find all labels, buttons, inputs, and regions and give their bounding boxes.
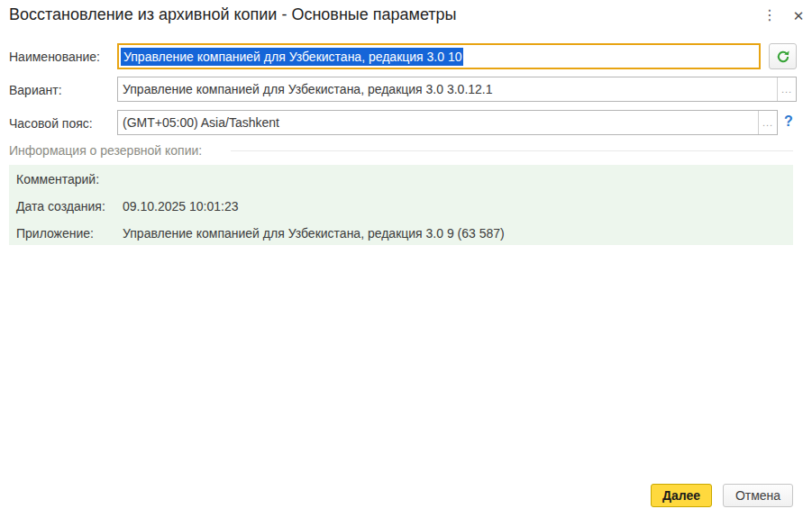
cancel-button[interactable]: Отмена xyxy=(723,484,793,507)
name-input[interactable]: Управление компанией для Узбекистана, ре… xyxy=(117,43,761,69)
refresh-button[interactable] xyxy=(769,43,797,69)
comment-label: Комментарий: xyxy=(16,172,123,186)
variant-picker-button[interactable]: ... xyxy=(777,77,796,101)
next-button[interactable]: Далее xyxy=(651,484,712,507)
kebab-menu-icon: ⋮ xyxy=(762,8,777,23)
name-input-selected-text: Управление компанией для Узбекистана, ре… xyxy=(121,48,463,66)
timezone-picker-button[interactable]: ... xyxy=(758,111,777,134)
dialog-title: Восстановление из архивной копии - Основ… xyxy=(9,5,457,24)
creation-date-label: Дата создания: xyxy=(16,199,123,214)
backup-info-section-header: Информация о резервной копии: xyxy=(9,143,202,158)
section-divider xyxy=(231,150,793,151)
application-value: Управление компанией для Узбекистана, ре… xyxy=(123,226,505,241)
variant-input-value: Управление компанией для Узбекистана, ре… xyxy=(118,82,777,96)
timezone-field-label: Часовой пояс: xyxy=(9,116,93,131)
timezone-input-value: (GMT+05:00) Asia/Tashkent xyxy=(118,115,758,130)
close-icon: ✕ xyxy=(793,9,805,23)
application-row: Приложение:Управление компанией для Узбе… xyxy=(16,226,505,241)
name-field-label: Наименование: xyxy=(9,50,100,64)
application-label: Приложение: xyxy=(16,226,123,241)
creation-date-row: Дата создания:09.10.2025 10:01:23 xyxy=(16,199,238,214)
help-icon[interactable]: ? xyxy=(784,114,793,130)
creation-date-value: 09.10.2025 10:01:23 xyxy=(123,199,238,214)
timezone-input[interactable]: (GMT+05:00) Asia/Tashkent ... xyxy=(117,110,778,135)
more-menu-button[interactable]: ⋮ xyxy=(760,5,780,26)
refresh-icon xyxy=(776,50,790,64)
backup-info-panel: Комментарий: Дата создания:09.10.2025 10… xyxy=(9,165,793,245)
variant-input[interactable]: Управление компанией для Узбекистана, ре… xyxy=(117,77,797,102)
variant-field-label: Вариант: xyxy=(9,83,62,97)
comment-row: Комментарий: xyxy=(16,172,123,186)
close-button[interactable]: ✕ xyxy=(788,4,809,27)
